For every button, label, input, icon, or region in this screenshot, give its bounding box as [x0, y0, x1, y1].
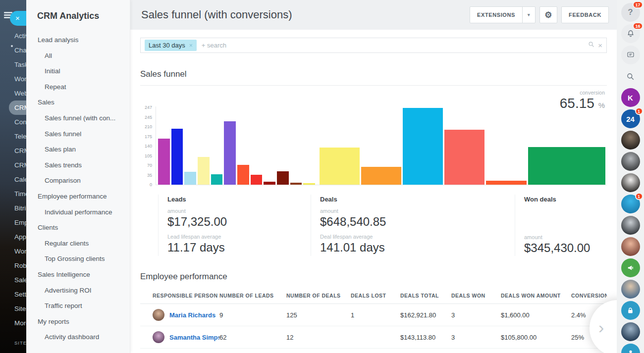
report-nav-sales-funnel[interactable]: Sales funnel [26, 126, 130, 142]
sidebar-item-cont[interactable]: Cont [0, 115, 26, 129]
sidebar-item-sales[interactable]: Sales [0, 273, 26, 287]
help-icon[interactable]: ?17 [621, 3, 640, 22]
user-avatar-k[interactable]: K [621, 88, 640, 107]
funnel-bar-4[interactable] [198, 157, 210, 185]
filter-search-bar[interactable]: Last 30 days × + search × [140, 38, 607, 53]
responsible-person-link[interactable]: Samantha Simpson [169, 334, 219, 341]
sidebar-item-emp[interactable]: Emp [0, 215, 26, 230]
funnel-bar-17[interactable] [486, 181, 527, 185]
sidebar-item-time[interactable]: Time [0, 187, 26, 201]
funnel-bar-3[interactable] [184, 172, 196, 185]
feedback-button[interactable]: FEEDBACK [561, 6, 609, 23]
report-nav-activity-dashboard[interactable]: Activity dashboard [26, 329, 130, 345]
report-nav-lead-analysis[interactable]: Lead analysis [26, 32, 130, 48]
clear-search-icon[interactable]: × [598, 41, 602, 50]
extensions-label[interactable]: EXTENSIONS [470, 12, 522, 18]
report-nav-my-reports[interactable]: My reports [26, 314, 130, 330]
lock-icon[interactable] [621, 301, 640, 320]
funnel-bar-15[interactable] [403, 108, 443, 185]
marketing-megaphone-icon[interactable] [621, 258, 640, 277]
sidebar-item-crm[interactable]: CRM [0, 144, 26, 158]
contact-avatar-6[interactable] [621, 237, 640, 256]
search-icon[interactable] [588, 41, 595, 50]
contact-avatar-1[interactable] [621, 131, 640, 150]
sidebar-item-appl[interactable]: Appl [0, 230, 26, 244]
search-placeholder[interactable]: + search [202, 42, 226, 49]
user-silhouette-icon[interactable] [621, 344, 640, 353]
report-nav-sales-intelligence[interactable]: Sales Intelligence [26, 267, 130, 283]
funnel-bar-1[interactable] [158, 139, 170, 185]
sidebar-item-worl[interactable]: Worl [0, 244, 26, 258]
col-header-deals-total[interactable]: DEALS TOTAL [400, 289, 451, 304]
report-nav-comparison[interactable]: Comparison [26, 173, 130, 189]
sidebar-item-cale[interactable]: Cale [0, 172, 26, 187]
sitemap-link[interactable]: SITEMAP [0, 340, 26, 346]
funnel-bar-11[interactable] [290, 183, 302, 185]
col-header-number-of-leads[interactable]: NUMBER OF LEADS [219, 289, 286, 304]
funnel-bar-5[interactable] [211, 174, 223, 185]
table-cell: 12 [286, 326, 351, 349]
sidebar-item-bitri[interactable]: Bitri [0, 201, 26, 215]
funnel-bar-7[interactable] [237, 165, 249, 185]
contact-avatar-3[interactable] [621, 173, 640, 192]
responsible-person-link[interactable]: Maria Richards [169, 311, 215, 319]
funnel-bar-2[interactable] [171, 129, 183, 185]
col-header-responsible-person[interactable]: RESPONSIBLE PERSON [140, 289, 219, 304]
report-nav-sales-plan[interactable]: Sales plan [26, 142, 130, 157]
sidebar-item-chat[interactable]: Chat [0, 43, 26, 57]
sidebar-item-web[interactable]: Web [0, 86, 26, 101]
bitrix24-logo[interactable]: 241 [621, 109, 640, 128]
report-nav-advertising-roi[interactable]: Advertising ROI [26, 283, 130, 299]
y-tick-label: 0 [150, 182, 152, 187]
col-header-deals-won-amount[interactable]: DEALS WON AMOUNT [501, 289, 571, 304]
col-header-deals-won[interactable]: DEALS WON [451, 289, 501, 304]
extensions-button[interactable]: EXTENSIONS ▾ [470, 6, 536, 23]
funnel-bar-8[interactable] [251, 175, 263, 185]
col-header-deals-lost[interactable]: DEALS LOST [351, 289, 400, 304]
contact-avatar-5[interactable] [621, 216, 640, 235]
report-nav-sales[interactable]: Sales [26, 95, 130, 110]
contact-avatar-7[interactable] [621, 280, 640, 299]
report-nav-sales-funnel-with-con-[interactable]: Sales funnel (with con... [26, 110, 130, 126]
sidebar-item-crm[interactable]: CRM [0, 158, 26, 172]
contact-avatar-4[interactable]: 1 [621, 195, 640, 213]
funnel-bar-14[interactable] [361, 167, 401, 185]
report-nav-initial[interactable]: Initial [26, 63, 130, 79]
sidebar-item-robo[interactable]: Robo [0, 258, 26, 273]
sidebar-item-activ[interactable]: Activ [0, 29, 26, 43]
report-nav-all[interactable]: All [26, 48, 130, 64]
funnel-bar-16[interactable] [444, 130, 484, 185]
report-nav-clients[interactable]: Clients [26, 220, 130, 236]
support-chat-icon[interactable] [621, 46, 640, 64]
remove-filter-icon[interactable]: × [189, 42, 193, 49]
report-nav-individual-performance[interactable]: Individual performance [26, 204, 130, 220]
report-nav-regular-clients[interactable]: Regular clients [26, 236, 130, 252]
sidebar-item-worl[interactable]: Worl [0, 72, 26, 86]
funnel-bar-9[interactable] [264, 182, 275, 185]
chevron-down-icon[interactable]: ▾ [523, 12, 535, 17]
contact-avatar-8[interactable] [621, 322, 640, 341]
report-nav-repeat[interactable]: Repeat [26, 79, 130, 95]
report-nav-top-grossing-clients[interactable]: Top Grossing clients [26, 251, 130, 267]
col-header-number-of-deals[interactable]: NUMBER OF DEALS [286, 289, 351, 304]
sidebar-item-more[interactable]: More [0, 316, 26, 330]
search-icon[interactable] [621, 67, 640, 86]
report-nav-traffic-report[interactable]: Traffic report [26, 298, 130, 314]
sidebar-item-task[interactable]: Task [0, 57, 26, 72]
funnel-bar-12[interactable] [303, 183, 315, 185]
funnel-bar-6[interactable] [224, 121, 236, 185]
funnel-bar-18[interactable] [528, 147, 605, 185]
settings-gear-button[interactable]: ⚙ [539, 6, 557, 23]
sidebar-item-telep[interactable]: Telep [0, 129, 26, 144]
funnel-bar-10[interactable] [277, 171, 289, 185]
sidebar-item-sites[interactable]: Sites [0, 302, 26, 316]
funnel-bar-13[interactable] [320, 148, 360, 185]
contact-avatar-2[interactable] [621, 152, 640, 171]
sidebar-item-setti[interactable]: Setti [0, 287, 26, 302]
feedback-label[interactable]: FEEDBACK [562, 12, 608, 18]
report-nav-employee-performance[interactable]: Employee performance [26, 189, 130, 204]
filter-chip-last-30-days[interactable]: Last 30 days × [145, 40, 197, 51]
report-nav-sales-trends[interactable]: Sales trends [26, 157, 130, 173]
notifications-bell-icon[interactable]: 16 [621, 24, 640, 43]
col-header-conversion[interactable]: CONVERSION [571, 289, 607, 304]
